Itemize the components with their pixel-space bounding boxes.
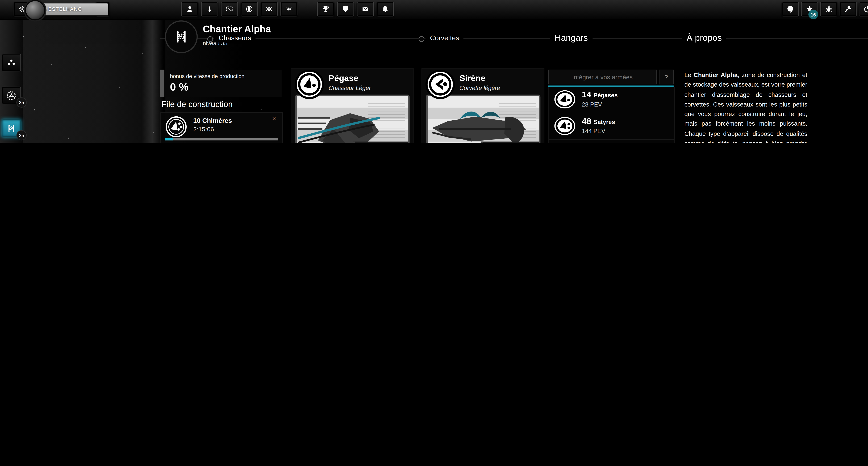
sirene-ship-icon — [426, 70, 455, 99]
radar-icon — [225, 4, 234, 13]
nav-growth-button[interactable] — [280, 2, 298, 16]
ship-class: Chasseur Léger — [329, 84, 371, 91]
pegase-ship-icon — [554, 90, 576, 109]
queue-title: File de construction — [161, 100, 232, 109]
production-bonus-box: bonus de vitesse de production 0 % — [160, 70, 282, 97]
shipyard-alpha-icon — [6, 123, 17, 134]
person-icon — [185, 4, 194, 13]
chat-icon — [786, 4, 795, 13]
about-text: Le Chantier Alpha, zone de construction … — [684, 70, 807, 143]
page-title: Chantier Alpha — [203, 24, 271, 35]
logout-button[interactable] — [859, 2, 868, 16]
ship-card-sirene: Sirène Corvette légère SIRÈNECORVETTE LÉ… — [422, 68, 545, 143]
hangar-row-pegases[interactable]: 14Pégases28 PEV — [549, 87, 674, 113]
hangar-help-button[interactable]: ? — [659, 70, 674, 84]
construction-queue: 10 Chimères 2:15:06 × Emplacement libre … — [160, 112, 283, 143]
dots-menu-icon — [6, 57, 17, 68]
ship-blueprint: SIRÈNECORVETTE LÉGÈRE — [426, 95, 540, 143]
topbar: Estelhang 16 — [0, 0, 868, 20]
satyre-ship-icon — [554, 116, 576, 135]
shipyard-emblem-icon — [173, 28, 190, 45]
sidebar-badge: 35 — [17, 97, 27, 107]
n av-map-button[interactable] — [221, 2, 238, 16]
queue-item-active: 10 Chimères 2:15:06 × — [161, 112, 282, 143]
nav-planet-button[interactable] — [241, 2, 258, 16]
nav-fleet-button[interactable] — [201, 2, 218, 16]
node-dot — [419, 36, 425, 42]
plant-icon — [284, 4, 293, 13]
wrench-icon — [843, 4, 852, 13]
achievements-button[interactable] — [317, 2, 334, 16]
pegase-ship-icon — [294, 70, 324, 99]
sidebar-item-menu[interactable] — [2, 54, 21, 71]
ship-blueprint: PÉGASECHASSEUR LEGER — [295, 95, 409, 143]
chat-button[interactable] — [782, 2, 799, 16]
section-hangars[interactable]: Hangars — [550, 33, 592, 43]
sidebar-badge: 35 — [17, 130, 27, 140]
notifications-button[interactable] — [377, 2, 394, 16]
game-root: Estelhang 16 35 35 11 35 10 — [0, 0, 868, 143]
ship-card-pegase: Pégase Chasseur Léger PÉGASECHASSEUR LEG… — [290, 68, 413, 143]
pegase-art — [297, 96, 408, 143]
integrate-army-input[interactable] — [549, 70, 656, 84]
blueprint-caption: SIRÈNECORVETTE LÉGÈRE — [477, 141, 539, 143]
nav-network-button[interactable] — [260, 2, 278, 16]
favorites-count-badge: 16 — [808, 9, 818, 19]
ship-icon — [205, 4, 214, 13]
section-line — [160, 38, 868, 38]
sirene-art — [428, 96, 539, 143]
planet-icon — [245, 4, 254, 13]
hangar-row-satyres[interactable]: 48Satyres144 PEV — [549, 113, 674, 140]
tab-chasseurs[interactable]: Chasseurs — [214, 34, 256, 42]
web-icon — [265, 4, 274, 13]
bonus-label: bonus de vitesse de production — [170, 73, 276, 79]
queue-progress-track — [165, 138, 278, 140]
tab-corvettes[interactable]: Corvettes — [426, 34, 464, 42]
queue-item-time: 2:15:06 — [193, 126, 214, 132]
bug-icon — [824, 4, 833, 13]
ship-name: Pégase — [329, 73, 358, 82]
queue-item-name: 10 Chimères — [193, 117, 232, 124]
ship-class: Corvette légère — [460, 84, 500, 91]
hangar-row-chimeres[interactable]: 33Chimères99 PEV — [549, 140, 674, 143]
bell-icon — [381, 4, 390, 13]
chimere-ship-icon — [165, 116, 187, 138]
shield-icon — [341, 4, 350, 13]
hangar-list: 14Pégases28 PEV 48Satyres144 PEV 33Chimè… — [549, 87, 675, 143]
queue-cancel-button[interactable]: × — [269, 114, 279, 122]
trophy-icon — [321, 4, 330, 13]
bonus-value: 0 % — [170, 81, 276, 94]
blueprint-caption: PÉGASECHASSEUR LEGER — [349, 141, 409, 143]
mail-icon — [361, 4, 370, 13]
chantier-alpha-emblem — [165, 20, 198, 53]
queue-progress-fill — [165, 138, 173, 140]
nav-population-button[interactable] — [181, 2, 198, 16]
gear-network-icon — [6, 90, 17, 101]
power-icon — [863, 4, 868, 13]
sidebar: 35 35 11 35 10 10 15 35 35 — [0, 19, 23, 143]
tools-button[interactable] — [840, 2, 857, 16]
section-a-propos[interactable]: À propos — [682, 33, 726, 43]
bug-report-button[interactable] — [820, 2, 837, 16]
messages-button[interactable] — [357, 2, 374, 16]
defense-button[interactable] — [337, 2, 354, 16]
avatar[interactable] — [25, 0, 45, 20]
ship-name: Sirène — [460, 73, 486, 82]
